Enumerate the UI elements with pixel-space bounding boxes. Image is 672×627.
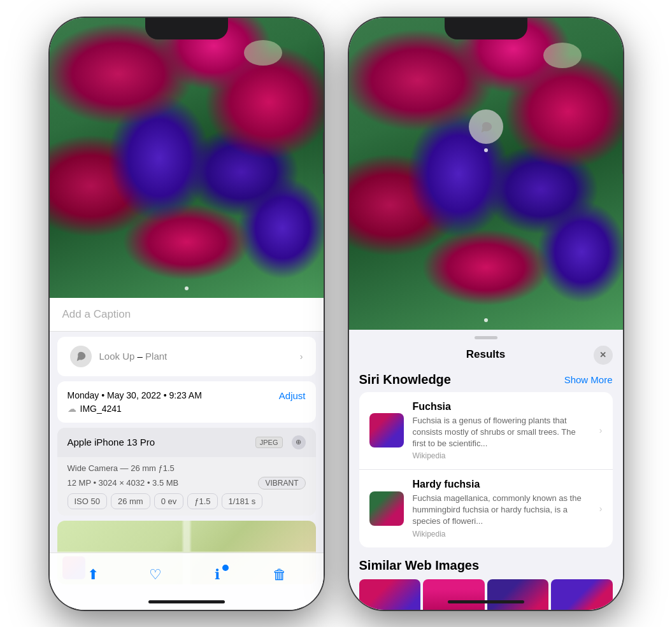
knowledge-item-hardy[interactable]: Hardy fuchsia Fuchsia magellanica, commo… bbox=[359, 470, 613, 547]
exif-focal: 26 mm bbox=[111, 493, 150, 509]
hardy-thumbnail bbox=[369, 491, 404, 526]
fuchsia-source: Wikipedia bbox=[413, 451, 590, 460]
hardy-thumb-image bbox=[369, 491, 404, 526]
meta-filename-row: ☁ IMG_4241 bbox=[68, 404, 306, 414]
hardy-desc: Fuchsia magellanica, commonly known as t… bbox=[413, 493, 590, 528]
camera-spec-row-2: 12 MP • 3024 × 4032 • 3.5 MB VIBRANT bbox=[68, 477, 306, 490]
lookup-icon bbox=[70, 346, 92, 367]
similar-img-3[interactable] bbox=[487, 579, 549, 610]
results-panel: Results ✕ Siri Knowledge Show More bbox=[349, 330, 623, 610]
exif-aperture: ƒ1.5 bbox=[187, 493, 217, 509]
camera-details: Wide Camera — 26 mm ƒ1.5 12 MP • 3024 × … bbox=[57, 457, 316, 516]
location-icon: ⊕ bbox=[292, 435, 306, 449]
heart-button[interactable]: ♡ bbox=[141, 561, 169, 589]
visual-lookup-dot bbox=[484, 148, 488, 152]
similar-title: Similar Web Images bbox=[359, 558, 613, 573]
camera-name: Apple iPhone 13 Pro bbox=[68, 437, 155, 447]
vibrant-badge: VIBRANT bbox=[258, 477, 305, 490]
meta-date-row: Monday • May 30, 2022 • 9:23 AM Adjust bbox=[68, 390, 306, 401]
exif-iso: ISO 50 bbox=[68, 493, 107, 509]
siri-section-header: Siri Knowledge Show More bbox=[359, 367, 613, 392]
exif-shutter: 1/181 s bbox=[222, 493, 263, 509]
exif-row: ISO 50 26 mm 0 ev ƒ1.5 1/181 s bbox=[68, 493, 306, 509]
meta-date: Monday • May 30, 2022 • 9:23 AM bbox=[68, 390, 202, 400]
lookup-label: Look Up – Plant bbox=[99, 351, 168, 362]
knowledge-item-fuchsia[interactable]: Fuchsia Fuchsia is a genus of flowering … bbox=[359, 392, 613, 470]
flower-highlight bbox=[244, 40, 282, 66]
photo-area[interactable] bbox=[50, 18, 324, 298]
fuchsia-name: Fuchsia bbox=[413, 401, 590, 412]
similar-img-4[interactable] bbox=[551, 579, 613, 610]
caption-area[interactable]: Add a Caption bbox=[50, 298, 324, 332]
lookup-row[interactable]: Look Up – Plant › bbox=[57, 337, 316, 376]
fuchsia-thumbnail bbox=[369, 413, 404, 447]
info-badge bbox=[221, 563, 230, 572]
home-bar bbox=[148, 600, 225, 603]
fuchsia-thumb-image bbox=[369, 413, 404, 447]
caption-placeholder[interactable]: Add a Caption bbox=[62, 308, 131, 320]
metadata-section: Monday • May 30, 2022 • 9:23 AM Adjust ☁… bbox=[57, 381, 316, 423]
hardy-chevron-icon: › bbox=[599, 504, 603, 514]
right-flower-bg bbox=[349, 18, 623, 330]
hardy-name: Hardy fuchsia bbox=[413, 479, 590, 490]
similar-img-2[interactable] bbox=[423, 579, 485, 610]
notch-right bbox=[445, 18, 527, 39]
siri-knowledge-section: Siri Knowledge Show More Fuchsia Fuchsia… bbox=[349, 367, 623, 547]
meta-filename: IMG_4241 bbox=[80, 404, 122, 414]
share-button[interactable]: ⬆ bbox=[79, 561, 107, 589]
left-phone-screen: Add a Caption Look Up – Plant › Monday •… bbox=[50, 18, 324, 610]
fuchsia-desc: Fuchsia is a genus of flowering plants t… bbox=[413, 415, 590, 450]
hardy-source: Wikipedia bbox=[413, 530, 590, 539]
right-photo-area[interactable] bbox=[349, 18, 623, 330]
hardy-text: Hardy fuchsia Fuchsia magellanica, commo… bbox=[413, 479, 590, 539]
camera-spec-2: 12 MP • 3024 × 4032 • 3.5 MB bbox=[68, 478, 179, 488]
similar-images-row bbox=[359, 579, 613, 610]
cloud-icon: ☁ bbox=[68, 404, 76, 414]
photo-dot bbox=[185, 286, 189, 290]
camera-spec-1: Wide Camera — 26 mm ƒ1.5 bbox=[68, 463, 175, 473]
results-close-button[interactable]: ✕ bbox=[594, 346, 613, 365]
delete-button[interactable]: 🗑 bbox=[266, 561, 294, 589]
right-phone: Results ✕ Siri Knowledge Show More bbox=[349, 18, 623, 610]
notch bbox=[145, 18, 228, 39]
flower-bg bbox=[50, 18, 324, 298]
jpeg-badge: JPEG bbox=[255, 437, 283, 448]
fuchsia-chevron-icon: › bbox=[599, 425, 603, 435]
adjust-button[interactable]: Adjust bbox=[279, 390, 306, 401]
show-more-button[interactable]: Show More bbox=[564, 374, 613, 385]
right-phone-screen: Results ✕ Siri Knowledge Show More bbox=[349, 18, 623, 610]
right-flower-highlight bbox=[543, 43, 582, 68]
home-bar-right bbox=[448, 600, 524, 603]
knowledge-card: Fuchsia Fuchsia is a genus of flowering … bbox=[359, 392, 613, 547]
siri-knowledge-title: Siri Knowledge bbox=[359, 372, 451, 387]
camera-section: Apple iPhone 13 Pro JPEG ⊕ Wide Camera —… bbox=[57, 428, 316, 516]
left-phone: Add a Caption Look Up – Plant › Monday •… bbox=[50, 18, 324, 610]
results-header: Results ✕ bbox=[349, 339, 623, 367]
right-photo-dot bbox=[484, 318, 488, 322]
camera-right: JPEG ⊕ bbox=[255, 435, 306, 449]
results-title: Results bbox=[466, 348, 505, 361]
camera-header: Apple iPhone 13 Pro JPEG ⊕ bbox=[57, 428, 316, 457]
camera-spec-row-1: Wide Camera — 26 mm ƒ1.5 bbox=[68, 463, 306, 473]
info-button[interactable]: ℹ bbox=[203, 561, 231, 589]
similar-img-1[interactable] bbox=[359, 579, 421, 610]
lookup-chevron-icon: › bbox=[300, 351, 303, 362]
exif-ev: 0 ev bbox=[154, 493, 184, 509]
fuchsia-text: Fuchsia Fuchsia is a genus of flowering … bbox=[413, 401, 590, 461]
visual-lookup-button[interactable] bbox=[469, 109, 503, 144]
